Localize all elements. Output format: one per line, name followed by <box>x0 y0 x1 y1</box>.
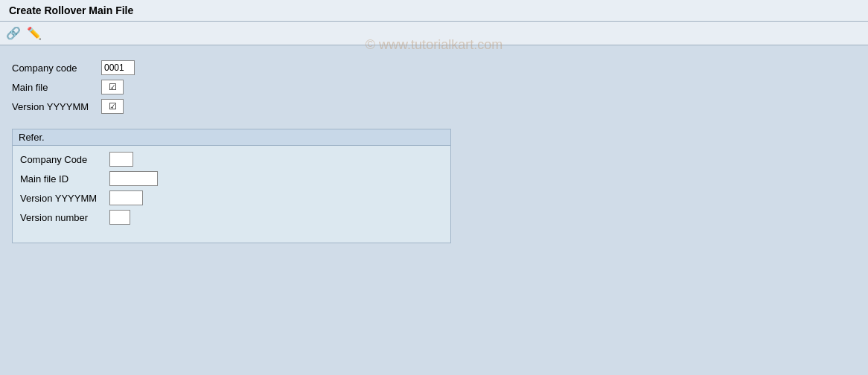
refer-company-code-label: Company Code <box>20 154 109 165</box>
refer-company-code-input[interactable] <box>109 152 133 167</box>
refer-main-file-id-label: Main file ID <box>20 173 109 185</box>
refer-header: Refer. <box>13 129 450 146</box>
refer-version-number-label: Version number <box>20 212 109 223</box>
refer-company-code-row: Company Code <box>20 152 443 167</box>
refer-content: Company Code Main file ID Version YYYYMM… <box>13 146 450 235</box>
refer-version-number-row: Version number <box>20 210 443 225</box>
company-code-row: Company code <box>12 60 856 75</box>
content-area: Company code Main file ☑ Version YYYYMM … <box>0 45 868 258</box>
company-code-input[interactable] <box>101 60 135 75</box>
refer-section: Refer. Company Code Main file ID Version… <box>12 129 451 243</box>
link-icon[interactable]: 🔗 <box>6 26 21 40</box>
main-file-row: Main file ☑ <box>12 80 856 94</box>
version-yyyymm-label: Version YYYYMM <box>12 101 101 112</box>
company-code-label: Company code <box>12 62 101 74</box>
refer-version-yyyymm-input[interactable] <box>109 190 143 205</box>
refer-main-file-id-row: Main file ID <box>20 171 443 186</box>
main-file-label: Main file <box>12 82 101 93</box>
refer-version-number-input[interactable] <box>109 210 130 225</box>
page-title: Create Rollover Main File <box>9 4 133 16</box>
refer-main-file-id-input[interactable] <box>109 171 158 186</box>
main-file-checkbox[interactable]: ☑ <box>101 80 124 94</box>
title-bar: Create Rollover Main File <box>0 0 868 22</box>
version-yyyymm-checkbox[interactable]: ☑ <box>101 99 124 114</box>
refer-version-yyyymm-row: Version YYYYMM <box>20 190 443 205</box>
edit-icon[interactable]: ✏️ <box>27 26 42 40</box>
toolbar: 🔗 ✏️ © www.tutorialkart.com <box>0 22 868 45</box>
refer-header-label: Refer. <box>19 132 45 143</box>
main-file-checkmark: ☑ <box>109 82 117 92</box>
refer-version-yyyymm-label: Version YYYYMM <box>20 193 109 204</box>
version-yyyymm-row: Version YYYYMM ☑ <box>12 99 856 114</box>
version-yyyymm-checkmark: ☑ <box>109 101 117 112</box>
